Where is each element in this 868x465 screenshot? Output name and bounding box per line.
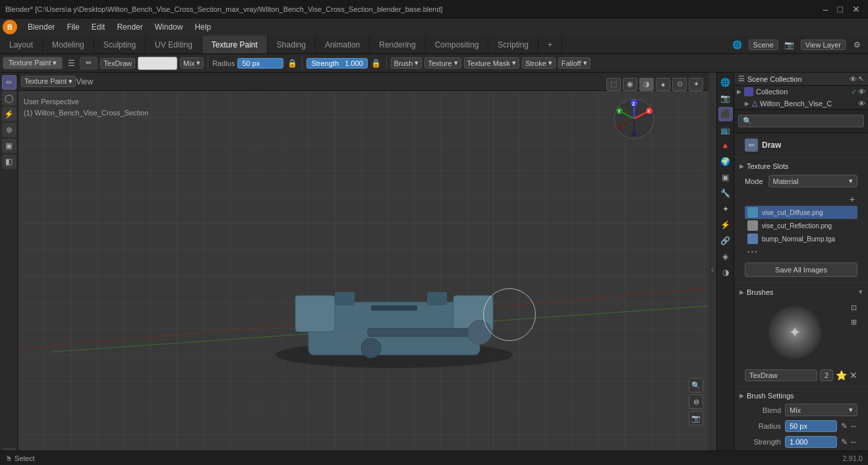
tab-texture-paint[interactable]: Texture Paint — [202, 36, 268, 53]
props-scene2-icon[interactable]: 🔺 — [718, 139, 733, 153]
strength-pen-icon[interactable]: ✎ — [841, 437, 848, 447]
render-layer-icon[interactable]: 📷 — [784, 39, 796, 51]
rendered-btn[interactable]: ● — [656, 78, 670, 91]
props-particles-icon[interactable]: ✦ — [718, 202, 733, 216]
engine-icon[interactable]: ⚙ — [851, 39, 863, 51]
coll-check-icon[interactable]: ✓ — [851, 88, 857, 96]
save-all-btn[interactable]: Save All Images — [745, 263, 857, 277]
tab-modeling[interactable]: Modeling — [43, 36, 94, 53]
coll-eye-icon[interactable]: 👁 — [858, 88, 865, 96]
menu-window[interactable]: Window — [150, 21, 188, 33]
props-view-layer-icon[interactable]: 📺 — [718, 123, 733, 137]
tab-layout[interactable]: Layout — [0, 36, 43, 53]
tab-animation[interactable]: Animation — [316, 36, 370, 53]
collection-toggle[interactable] — [744, 87, 753, 96]
blender-logo[interactable]: B — [3, 20, 17, 34]
wireframe-btn[interactable]: ⬚ — [606, 78, 621, 91]
props-physics-icon[interactable]: ⚡ — [718, 218, 733, 232]
overlay-btn[interactable]: ⊙ — [672, 78, 687, 91]
xray-btn[interactable]: ✦ — [689, 78, 703, 91]
search-bar[interactable]: 🔍 — [738, 115, 864, 127]
props-render-icon[interactable]: 📷 — [718, 91, 733, 106]
brushes-expand-btn[interactable]: ▾ — [859, 288, 863, 296]
radius-field[interactable]: 50 px — [237, 58, 283, 69]
brush-opt1[interactable]: ⊡ — [847, 301, 860, 314]
maximize-button[interactable]: □ — [835, 4, 846, 15]
props-output-icon[interactable]: ⬛ — [718, 107, 733, 121]
mode-selector[interactable]: Texture Paint ▾ — [3, 57, 63, 69]
add-texture-btn[interactable]: + — [847, 194, 857, 204]
brush-color-swatch[interactable] — [138, 57, 177, 70]
radius-pen-icon[interactable]: ✎ — [841, 421, 848, 431]
falloff-dropdown[interactable]: Falloff ▾ — [558, 57, 591, 69]
menu-file[interactable]: File — [61, 21, 84, 33]
menu-blender[interactable]: Blender — [22, 21, 60, 33]
hide-eye-icon[interactable]: 👁 — [850, 75, 857, 83]
blend-dropdown[interactable]: Mix ▾ — [180, 57, 204, 69]
texture-slots-title[interactable]: ▶ Texture Slots — [739, 160, 863, 172]
props-data-icon[interactable]: ◈ — [718, 249, 733, 264]
brush-type-dropdown[interactable]: Brush ▾ — [391, 57, 422, 69]
expand-dots-icon[interactable]: • • • — [747, 249, 757, 255]
radius-setting-field[interactable]: 50 px — [785, 420, 837, 432]
mask-tool-btn[interactable]: ◧ — [2, 154, 16, 169]
props-modifier-icon[interactable]: 🔧 — [718, 186, 733, 201]
props-object-icon[interactable]: ▣ — [718, 170, 733, 185]
menu-render[interactable]: Render — [111, 21, 148, 33]
strength-lock2-icon[interactable]: ↔ — [850, 437, 857, 447]
brush-delete-icon[interactable]: ✕ — [850, 370, 857, 381]
vp-view-menu[interactable]: View — [78, 76, 90, 88]
vp-mode-dropdown[interactable]: Texture Paint ▾ — [21, 76, 76, 87]
menu-edit[interactable]: Edit — [86, 21, 111, 33]
props-world-icon[interactable]: 🌍 — [718, 154, 733, 169]
scene-field[interactable]: Scene — [749, 40, 778, 50]
viewport[interactable]: User Perspective (1) Wilton_Bench_Vise_C… — [18, 91, 709, 465]
toolbar-toggle-btn[interactable]: ☰ — [65, 57, 77, 69]
clone-tool-btn[interactable]: ⊕ — [2, 123, 16, 137]
brush-opt2[interactable]: ⊞ — [847, 315, 860, 328]
object-expand-arrow[interactable]: ▶ — [745, 100, 749, 107]
camera-btn[interactable]: 📷 — [689, 411, 703, 425]
view-layer-field[interactable]: View Layer — [801, 40, 846, 50]
tab-uv-editing[interactable]: UV Editing — [146, 36, 202, 53]
texture-dropdown[interactable]: Texture ▾ — [424, 57, 461, 69]
brush-settings-title[interactable]: ▶ Brush Settings — [739, 390, 863, 402]
soften-tool-btn[interactable]: ◯ — [2, 91, 16, 106]
tab-rendering[interactable]: Rendering — [370, 36, 425, 53]
tab-sculpting[interactable]: Sculpting — [94, 36, 146, 53]
tab-scripting[interactable]: Scripting — [488, 36, 538, 53]
scene-icon[interactable]: 🌐 — [732, 39, 743, 51]
tab-shading[interactable]: Shading — [268, 36, 316, 53]
solid-btn[interactable]: ◉ — [623, 78, 637, 91]
strength-field[interactable]: Strength 1.000 — [306, 58, 367, 69]
brush-preview[interactable] — [768, 306, 821, 359]
minimize-button[interactable]: – — [821, 4, 831, 15]
radius-lock-icon[interactable]: 🔒 — [286, 57, 298, 69]
props-constraints-icon[interactable]: 🔗 — [718, 233, 733, 248]
zoom-out-btn[interactable]: ⊖ — [689, 394, 703, 409]
draw-brush-icon[interactable]: ✏ — [745, 139, 758, 152]
fill-tool-btn[interactable]: ▣ — [2, 139, 16, 153]
brushes-title[interactable]: ▶ Brushes ▾ — [739, 286, 863, 298]
brush-dropdown[interactable]: TexDraw — [100, 58, 135, 69]
mode-dropdown[interactable]: Material ▾ — [768, 175, 857, 187]
zoom-in-btn[interactable]: 🔍 — [689, 378, 703, 392]
collection-arrow[interactable]: ▶ — [737, 88, 741, 95]
obj-eye-icon[interactable]: 👁 — [858, 100, 865, 108]
smear-tool-btn[interactable]: ⚡ — [2, 107, 16, 121]
texture-item-1[interactable]: vise_cut_Reflection.png — [745, 219, 857, 232]
radius-lock2-icon[interactable]: ↔ — [850, 421, 857, 431]
menu-help[interactable]: Help — [189, 21, 216, 33]
texture-item-2[interactable]: bump_Normal_Bump.tga — [745, 232, 857, 245]
search-input[interactable] — [755, 117, 859, 125]
brush-name-field[interactable]: TexDraw — [745, 369, 817, 381]
axis-gizmo[interactable]: Z X Y — [613, 98, 656, 140]
stroke-dropdown[interactable]: Stroke ▾ — [522, 57, 556, 69]
draw-tool-btn[interactable]: ✏ — [2, 75, 16, 90]
strength-lock-icon[interactable]: 🔒 — [370, 57, 382, 69]
tab-compositing[interactable]: Compositing — [426, 36, 489, 53]
blend-setting-dropdown[interactable]: Mix ▾ — [785, 404, 857, 416]
props-scene-icon[interactable]: 🌐 — [718, 75, 733, 90]
close-button[interactable]: ✕ — [850, 4, 863, 15]
texture-mask-dropdown[interactable]: Texture Mask ▾ — [464, 57, 519, 69]
